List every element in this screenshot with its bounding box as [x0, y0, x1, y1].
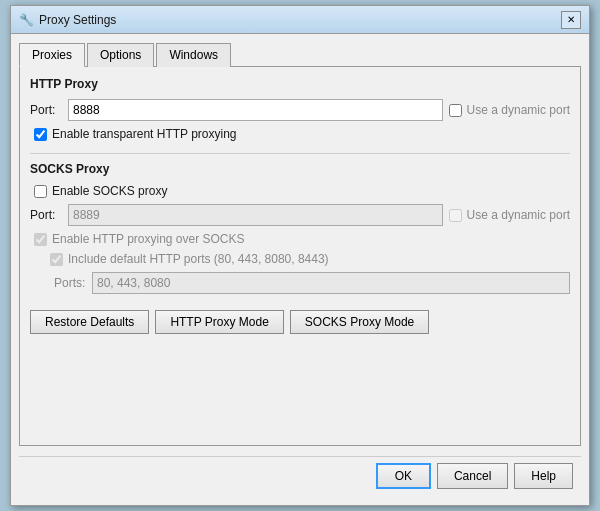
http-port-label: Port: — [30, 103, 62, 117]
socks-proxy-title: SOCKS Proxy — [30, 162, 570, 176]
title-bar: 🔧 Proxy Settings ✕ — [11, 6, 589, 34]
help-button[interactable]: Help — [514, 463, 573, 489]
tab-content: HTTP Proxy Port: Use a dynamic port Enab… — [19, 66, 581, 446]
socks-default-ports-checkbox[interactable] — [50, 253, 63, 266]
tab-options[interactable]: Options — [87, 43, 154, 67]
http-port-row: Port: Use a dynamic port — [30, 99, 570, 121]
footer-buttons: OK Cancel Help — [19, 456, 581, 497]
http-dynamic-port-row: Use a dynamic port — [449, 103, 570, 117]
http-dynamic-port-checkbox[interactable] — [449, 104, 462, 117]
socks-port-row: Port: Use a dynamic port — [30, 204, 570, 226]
http-proxy-mode-button[interactable]: HTTP Proxy Mode — [155, 310, 283, 334]
socks-port-input[interactable] — [68, 204, 443, 226]
socks-enable-row: Enable SOCKS proxy — [34, 184, 570, 198]
cancel-button[interactable]: Cancel — [437, 463, 508, 489]
socks-ports-input[interactable] — [92, 272, 570, 294]
title-bar-buttons: ✕ — [561, 11, 581, 29]
socks-proxy-mode-button[interactable]: SOCKS Proxy Mode — [290, 310, 429, 334]
socks-dynamic-port-checkbox[interactable] — [449, 209, 462, 222]
socks-enable-label: Enable SOCKS proxy — [52, 184, 167, 198]
http-transparent-row: Enable transparent HTTP proxying — [34, 127, 570, 141]
proxy-settings-window: 🔧 Proxy Settings ✕ Proxies Options Windo… — [10, 5, 590, 506]
socks-http-over-socks-checkbox[interactable] — [34, 233, 47, 246]
socks-default-ports-row: Include default HTTP ports (80, 443, 808… — [50, 252, 570, 266]
window-icon: 🔧 — [19, 13, 33, 27]
socks-http-over-socks-row: Enable HTTP proxying over SOCKS — [34, 232, 570, 246]
http-transparent-label: Enable transparent HTTP proxying — [52, 127, 237, 141]
http-proxy-title: HTTP Proxy — [30, 77, 570, 91]
action-buttons: Restore Defaults HTTP Proxy Mode SOCKS P… — [30, 306, 570, 338]
socks-http-over-socks-label: Enable HTTP proxying over SOCKS — [52, 232, 245, 246]
tab-bar: Proxies Options Windows HTTP Proxy Port:… — [19, 42, 581, 446]
socks-port-label: Port: — [30, 208, 62, 222]
socks-proxy-section: SOCKS Proxy Enable SOCKS proxy Port: Use… — [30, 162, 570, 294]
http-proxy-section: HTTP Proxy Port: Use a dynamic port Enab… — [30, 77, 570, 141]
close-button[interactable]: ✕ — [561, 11, 581, 29]
window-title: Proxy Settings — [39, 13, 116, 27]
section-separator — [30, 153, 570, 154]
restore-defaults-button[interactable]: Restore Defaults — [30, 310, 149, 334]
http-port-input[interactable] — [68, 99, 443, 121]
socks-dynamic-port-label: Use a dynamic port — [467, 208, 570, 222]
socks-dynamic-port-row: Use a dynamic port — [449, 208, 570, 222]
socks-enable-checkbox[interactable] — [34, 185, 47, 198]
socks-ports-label: Ports: — [54, 276, 86, 290]
http-transparent-checkbox[interactable] — [34, 128, 47, 141]
tabs: Proxies Options Windows — [19, 42, 581, 67]
http-dynamic-port-label: Use a dynamic port — [467, 103, 570, 117]
tab-proxies[interactable]: Proxies — [19, 43, 85, 67]
main-content: Proxies Options Windows HTTP Proxy Port:… — [11, 34, 589, 505]
tab-windows[interactable]: Windows — [156, 43, 231, 67]
title-bar-left: 🔧 Proxy Settings — [19, 13, 116, 27]
socks-default-ports-label: Include default HTTP ports (80, 443, 808… — [68, 252, 329, 266]
ok-button[interactable]: OK — [376, 463, 431, 489]
socks-ports-row: Ports: — [54, 272, 570, 294]
